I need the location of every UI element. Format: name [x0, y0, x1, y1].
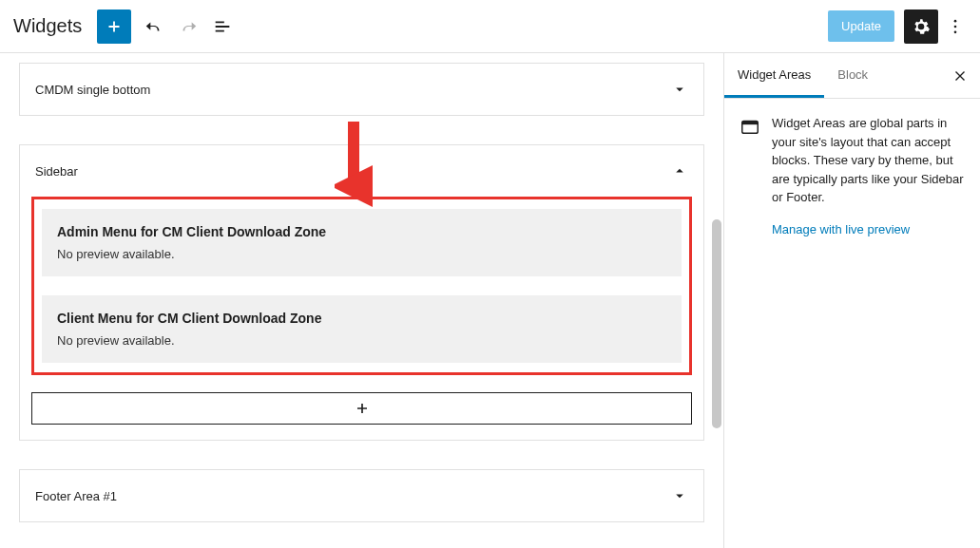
- area-body-sidebar: Admin Menu for CM Client Download Zone N…: [20, 197, 703, 440]
- settings-sidebar: Widget Areas Block Widget Areas are glob…: [723, 53, 980, 548]
- area-title: Footer Area #1: [35, 489, 117, 503]
- widget-area-footer: Footer Area #1: [19, 469, 704, 522]
- undo-button[interactable]: [137, 9, 171, 44]
- page-title: Widgets: [13, 15, 82, 37]
- widget-area-sidebar: Sidebar Admin Menu for CM Client Downloa…: [19, 144, 704, 441]
- svg-point-1: [954, 25, 957, 28]
- area-header-cmdm[interactable]: CMDM single bottom: [20, 64, 703, 115]
- redo-button[interactable]: [171, 9, 205, 44]
- list-view-icon: [212, 16, 233, 37]
- chevron-up-icon: [671, 162, 688, 180]
- svg-point-0: [954, 19, 957, 22]
- area-header-sidebar[interactable]: Sidebar: [20, 145, 703, 197]
- kebab-icon: [946, 17, 965, 36]
- widget-areas-icon: [740, 116, 760, 207]
- sidebar-tabs: Widget Areas Block: [724, 53, 980, 99]
- widget-title: Admin Menu for CM Client Download Zone: [57, 224, 666, 239]
- undo-icon: [144, 16, 164, 37]
- redo-icon: [178, 16, 199, 37]
- scrollbar[interactable]: [712, 219, 721, 428]
- widget-block[interactable]: Client Menu for CM Client Download Zone …: [42, 295, 682, 363]
- plus-icon: [353, 399, 372, 418]
- editor-header: Widgets Update: [0, 0, 980, 53]
- widget-preview: No preview available.: [57, 333, 666, 348]
- gear-icon: [912, 17, 931, 36]
- widget-title: Client Menu for CM Client Download Zone: [57, 311, 666, 326]
- tab-widget-areas[interactable]: Widget Areas: [724, 53, 824, 98]
- annotation-highlight: Admin Menu for CM Client Download Zone N…: [31, 197, 692, 375]
- svg-rect-5: [742, 122, 759, 125]
- svg-point-2: [954, 30, 957, 33]
- widget-area-cmdm: CMDM single bottom: [19, 63, 704, 116]
- widget-block[interactable]: Admin Menu for CM Client Download Zone N…: [42, 209, 682, 276]
- chevron-down-icon: [671, 81, 688, 98]
- add-block-inline-button[interactable]: [31, 392, 692, 425]
- chevron-down-icon: [671, 487, 688, 504]
- more-options-button[interactable]: [944, 9, 967, 44]
- sidebar-panel-body: Widget Areas are global parts in your si…: [724, 99, 980, 252]
- area-title: CMDM single bottom: [35, 83, 150, 97]
- close-icon: [951, 67, 969, 85]
- add-block-button[interactable]: [97, 9, 131, 44]
- update-button[interactable]: Update: [828, 10, 894, 42]
- tab-block[interactable]: Block: [824, 53, 881, 98]
- close-sidebar-button[interactable]: [946, 62, 974, 90]
- widget-preview: No preview available.: [57, 247, 666, 261]
- manage-preview-link[interactable]: Manage with live preview: [772, 222, 910, 236]
- area-header-footer[interactable]: Footer Area #1: [20, 470, 703, 521]
- editor-canvas: CMDM single bottom Sidebar Admin Menu fo…: [0, 53, 723, 548]
- list-view-button[interactable]: [205, 9, 240, 44]
- settings-button[interactable]: [904, 9, 938, 44]
- area-title: Sidebar: [35, 164, 78, 179]
- plus-icon: [104, 16, 125, 37]
- sidebar-description: Widget Areas are global parts in your si…: [772, 114, 965, 207]
